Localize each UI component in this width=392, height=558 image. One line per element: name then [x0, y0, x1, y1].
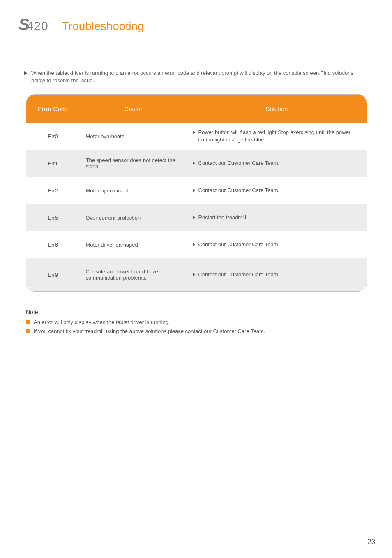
notes-header-colon: : — [38, 309, 40, 315]
section-title: Troubleshooting — [62, 20, 144, 33]
notes-header: Note: — [26, 309, 367, 315]
table-row: Err1 The speed sensor does not detect th… — [26, 150, 367, 177]
page-header: S420 Troubleshooting — [18, 15, 144, 34]
table-row: Err6 Motor driver damaged Contact our Cu… — [26, 231, 367, 258]
cell-code: Err1 — [26, 150, 80, 177]
intro-text: When the tablet driver is running and an… — [31, 69, 367, 84]
cell-cause: Motor driver damaged — [80, 231, 187, 258]
cell-code: Err5 — [26, 204, 80, 231]
triangle-bullet-icon — [193, 216, 195, 219]
note-item: If you cannot fix your treadmill using t… — [26, 328, 367, 335]
error-table-container: Error Code Cause Solution Err0 Motor ove… — [26, 94, 367, 292]
cell-code: Err9 — [26, 258, 80, 291]
cell-solution: Contact our Customer Care Team. — [187, 150, 367, 177]
square-bullet-icon — [26, 329, 30, 333]
cell-code: Err2 — [26, 177, 80, 204]
cell-solution: Power button will flash a red light.Stop… — [187, 123, 367, 150]
cell-code: Err0 — [26, 123, 80, 150]
model-number: 420 — [27, 19, 48, 32]
cell-solution: Restart the treadmill. — [187, 204, 367, 231]
triangle-bullet-icon — [193, 189, 195, 192]
triangle-bullet-icon — [24, 71, 27, 75]
table-row: Err2 Motor open circuit Contact our Cust… — [26, 177, 367, 204]
cell-solution: Contact our Customer Care Team. — [187, 231, 367, 258]
triangle-bullet-icon — [193, 243, 195, 246]
square-bullet-icon — [26, 320, 30, 324]
intro-paragraph: When the tablet driver is running and an… — [24, 69, 367, 84]
col-header-cause: Cause — [80, 95, 187, 123]
triangle-bullet-icon — [193, 273, 195, 276]
page-number: 23 — [367, 538, 375, 546]
solution-text: Contact our Customer Care Team. — [198, 160, 280, 167]
note-text: An error will only display when the tabl… — [34, 319, 170, 326]
document-page: S420 Troubleshooting When the tablet dri… — [0, 0, 392, 558]
solution-text: Contact our Customer Care Team. — [198, 271, 280, 278]
header-divider — [55, 18, 55, 32]
table-row: Err5 Over-current protection Restart the… — [26, 204, 367, 231]
cell-cause: Over-current protection — [80, 204, 187, 231]
col-header-code: Error Code — [26, 95, 80, 123]
table-row: Err0 Motor overheats Power button will f… — [26, 123, 367, 150]
cell-solution: Contact our Customer Care Team. — [187, 177, 367, 204]
triangle-bullet-icon — [193, 162, 195, 165]
cell-solution: Contact our Customer Care Team. — [187, 258, 367, 291]
notes-header-text: Note — [26, 309, 38, 315]
notes-section: Note: An error will only display when th… — [26, 309, 367, 337]
error-table: Error Code Cause Solution Err0 Motor ove… — [26, 95, 367, 291]
note-item: An error will only display when the tabl… — [26, 319, 367, 326]
table-header-row: Error Code Cause Solution — [26, 95, 367, 123]
model-id: S420 — [18, 15, 48, 34]
solution-text: Power button will flash a red light.Stop… — [198, 129, 361, 143]
solution-text: Restart the treadmill. — [198, 214, 248, 221]
cell-cause: Motor open circuit — [80, 177, 187, 204]
solution-text: Contact our Customer Care Team. — [198, 241, 280, 248]
cell-cause: Motor overheats — [80, 123, 187, 150]
note-text: If you cannot fix your treadmill using t… — [34, 328, 265, 335]
cell-cause: Console and lower board have communicati… — [80, 258, 187, 291]
cell-cause: The speed sensor does not detect the sig… — [80, 150, 187, 177]
solution-text: Contact our Customer Care Team. — [198, 187, 280, 194]
table-row: Err9 Console and lower board have commun… — [26, 258, 367, 291]
cell-code: Err6 — [26, 231, 80, 258]
col-header-solution: Solution — [187, 95, 367, 123]
triangle-bullet-icon — [193, 131, 195, 134]
